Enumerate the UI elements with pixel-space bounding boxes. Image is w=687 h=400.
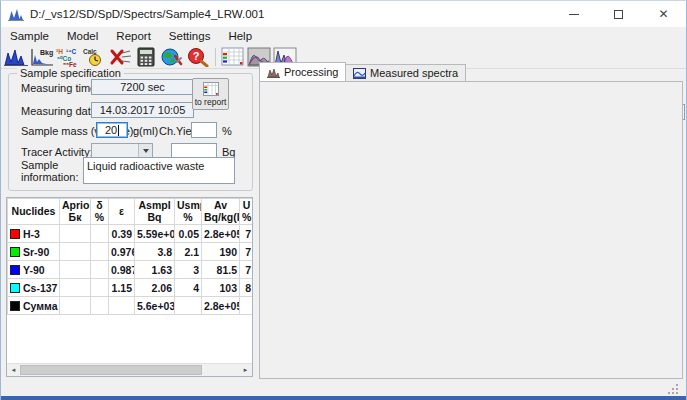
window-bottom-border xyxy=(1,396,686,400)
tab-measured-spectra-label: Measured spectra xyxy=(370,67,458,79)
col-usmpl[interactable]: Usmpl% xyxy=(175,199,202,225)
tab-processing[interactable]: Processing xyxy=(259,62,346,81)
table-header-row: Nuclides ApriorБк δ% ε AsmplBq Usmpl% Av… xyxy=(8,199,254,225)
window-title: D:/_vs12/SD/SpD/Spectrs/Sample4_LRW.001 xyxy=(30,8,264,20)
menu-report[interactable]: Report xyxy=(107,30,160,42)
resize-grip[interactable] xyxy=(666,382,680,395)
maximize-button[interactable] xyxy=(596,1,641,27)
text-caret xyxy=(118,125,119,136)
calculator-icon xyxy=(136,47,156,67)
calc-time-icon: Calc xyxy=(82,47,106,67)
svg-text:⁵⁵Fe: ⁵⁵Fe xyxy=(63,60,77,67)
measuring-time-label: Measuring time: xyxy=(21,82,99,94)
measuring-date-label: Measuring date: xyxy=(21,105,100,117)
measuring-time-value: 7200 sec xyxy=(120,81,165,93)
minimize-icon xyxy=(569,14,579,15)
table-row[interactable]: Сумма 5.6e+03 2.8e+05 xyxy=(8,297,254,315)
menu-model[interactable]: Model xyxy=(58,30,107,42)
svg-text:?: ? xyxy=(193,50,200,62)
tab-measured-spectra[interactable]: Measured spectra xyxy=(345,64,466,81)
sample-mass-field[interactable]: 20 xyxy=(96,122,128,138)
tracer-activity-label: Tracer Activity: xyxy=(21,146,93,158)
nuclide-color-swatch xyxy=(10,229,20,239)
table-row[interactable]: Y-90 0.9871.63 381.5 7 xyxy=(8,261,254,279)
table-row[interactable]: H-3 0.395.59e+03 0.052.8e+05 7 xyxy=(8,225,254,243)
minimize-button[interactable] xyxy=(551,1,596,27)
measuring-time-field: 7200 sec xyxy=(91,79,194,95)
processing-tab-icon xyxy=(267,67,280,78)
menu-sample[interactable]: Sample xyxy=(1,30,58,42)
nuclide-color-swatch xyxy=(10,301,20,311)
nuclide-color-swatch xyxy=(10,265,20,275)
col-delta[interactable]: δ% xyxy=(91,199,109,225)
isotopes-icon: ³H ¹⁴C ⁶⁰Co ⁵⁵Fe xyxy=(55,47,81,67)
scroll-right-arrow-icon[interactable]: ► xyxy=(239,364,252,376)
menu-bar: Sample Model Report Settings Help xyxy=(1,27,686,45)
table-row[interactable]: Cs-137 1.152.06 4103 8 xyxy=(8,279,254,297)
close-icon: ✕ xyxy=(658,8,668,20)
close-button[interactable]: ✕ xyxy=(641,1,686,27)
processing-tab-panel xyxy=(259,81,683,379)
title-bar: D:/_vs12/SD/SpD/Spectrs/Sample4_LRW.001 … xyxy=(1,1,686,27)
status-bar xyxy=(1,379,686,396)
col-asmpl[interactable]: AsmplBq xyxy=(135,199,175,225)
ch-yield-field[interactable] xyxy=(191,122,217,138)
tab-processing-label: Processing xyxy=(284,66,338,78)
sample-info-value: Liquid radioactive waste xyxy=(87,160,204,172)
app-window: D:/_vs12/SD/SpD/Spectrs/Sample4_LRW.001 … xyxy=(0,0,687,400)
col-u[interactable]: U% xyxy=(240,199,254,225)
menu-help[interactable]: Help xyxy=(219,30,261,42)
ch-yield-unit: % xyxy=(222,125,232,137)
cancel-icon xyxy=(108,47,132,67)
maximize-icon xyxy=(614,10,623,19)
calculator-toolbar-button[interactable] xyxy=(133,46,159,68)
background-toolbar-button[interactable]: Bkg xyxy=(29,46,55,68)
menu-settings[interactable]: Settings xyxy=(160,30,220,42)
report-table-small-icon xyxy=(203,82,219,96)
settings-globe-toolbar-button[interactable] xyxy=(159,46,185,68)
table-horizontal-scrollbar[interactable]: ◄ ► xyxy=(7,363,252,376)
sample-specification-title: Sample specification xyxy=(17,67,124,79)
toolbar-separator xyxy=(215,48,216,66)
measuring-date-field: 14.03.2017 10:05 xyxy=(91,102,194,118)
sample-info-field[interactable]: Liquid radioactive waste xyxy=(83,157,235,184)
background-spectrum-icon: Bkg xyxy=(30,47,54,67)
sample-to-report-label: to report xyxy=(195,97,227,107)
spectrum-toolbar-button[interactable] xyxy=(3,46,29,68)
isotopes-toolbar-button[interactable]: ³H ¹⁴C ⁶⁰Co ⁵⁵Fe xyxy=(55,46,81,68)
scrollbar-thumb[interactable] xyxy=(20,365,202,375)
chevron-down-icon xyxy=(143,149,149,153)
col-nuclides[interactable]: Nuclides xyxy=(8,199,60,225)
help-search-toolbar-button[interactable]: ? xyxy=(185,46,211,68)
col-av[interactable]: AvBq/kg(l) xyxy=(202,199,240,225)
col-aprior[interactable]: ApriorБк xyxy=(60,199,91,225)
report-table-toolbar-button[interactable] xyxy=(220,46,246,68)
col-epsilon[interactable]: ε xyxy=(109,199,135,225)
nuclide-color-swatch xyxy=(10,283,20,293)
table-row[interactable]: Sr-90 0.9763.8 2.1190 7 xyxy=(8,243,254,261)
sample-info-label-2: information: xyxy=(21,171,78,183)
sample-info-label-1: Sample xyxy=(21,159,58,171)
sample-to-report-button[interactable]: to report xyxy=(192,78,229,110)
help-search-icon: ? xyxy=(186,47,210,67)
app-icon xyxy=(8,7,24,21)
cancel-toolbar-button[interactable] xyxy=(107,46,133,68)
scroll-left-arrow-icon[interactable]: ◄ xyxy=(7,364,20,376)
sample-mass-value: 20 xyxy=(105,124,117,136)
svg-text:Bkg: Bkg xyxy=(40,49,53,57)
spectrum-icon xyxy=(4,47,28,67)
sample-mass-unit: g(ml) xyxy=(133,125,158,137)
nuclide-table: Nuclides ApriorБк δ% ε AsmplBq Usmpl% Av… xyxy=(6,197,253,377)
report-table-icon xyxy=(221,47,245,67)
measuring-date-value: 14.03.2017 10:05 xyxy=(100,104,186,116)
nuclide-color-swatch xyxy=(10,247,20,257)
settings-globe-icon xyxy=(160,47,184,67)
calc-time-toolbar-button[interactable]: Calc xyxy=(81,46,107,68)
measured-spectra-tab-icon xyxy=(353,68,366,79)
